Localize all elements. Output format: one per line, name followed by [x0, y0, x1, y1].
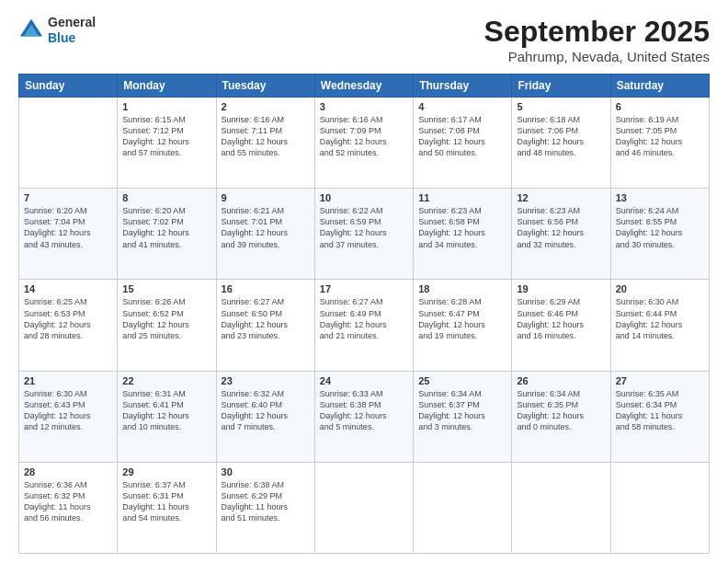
calendar-cell-w5d5	[414, 462, 512, 553]
day-content: Sunrise: 6:15 AM Sunset: 7:12 PM Dayligh…	[122, 114, 210, 159]
day-content: Sunrise: 6:23 AM Sunset: 6:56 PM Dayligh…	[517, 205, 605, 250]
calendar-cell-w3d2: 15Sunrise: 6:26 AM Sunset: 6:52 PM Dayli…	[118, 280, 216, 371]
day-number: 28	[24, 466, 112, 477]
day-number: 30	[222, 466, 310, 477]
day-number: 25	[418, 375, 506, 386]
day-content: Sunrise: 6:34 AM Sunset: 6:37 PM Dayligh…	[418, 388, 506, 433]
day-content: Sunrise: 6:23 AM Sunset: 6:58 PM Dayligh…	[418, 205, 506, 250]
day-number: 15	[122, 283, 210, 294]
calendar-cell-w3d7: 20Sunrise: 6:30 AM Sunset: 6:44 PM Dayli…	[610, 280, 709, 371]
col-monday: Monday	[118, 75, 216, 98]
calendar-cell-w2d5: 11Sunrise: 6:23 AM Sunset: 6:58 PM Dayli…	[414, 189, 512, 280]
day-number: 9	[222, 192, 310, 203]
week-row-2: 7Sunrise: 6:20 AM Sunset: 7:04 PM Daylig…	[19, 189, 710, 280]
week-row-1: 1Sunrise: 6:15 AM Sunset: 7:12 PM Daylig…	[19, 98, 710, 189]
day-number: 20	[616, 283, 704, 294]
day-number: 24	[320, 375, 408, 386]
calendar-cell-w3d3: 16Sunrise: 6:27 AM Sunset: 6:50 PM Dayli…	[216, 280, 314, 371]
calendar-cell-w5d7	[610, 462, 709, 553]
day-content: Sunrise: 6:21 AM Sunset: 7:01 PM Dayligh…	[222, 205, 310, 250]
calendar-cell-w5d6	[512, 462, 610, 553]
calendar-cell-w2d3: 9Sunrise: 6:21 AM Sunset: 7:01 PM Daylig…	[216, 189, 314, 280]
day-number: 7	[24, 192, 112, 203]
calendar-cell-w4d1: 21Sunrise: 6:30 AM Sunset: 6:43 PM Dayli…	[19, 371, 118, 462]
calendar-cell-w5d1: 28Sunrise: 6:36 AM Sunset: 6:32 PM Dayli…	[19, 462, 118, 553]
day-number: 14	[24, 283, 112, 294]
day-number: 3	[320, 101, 408, 112]
col-tuesday: Tuesday	[216, 75, 314, 98]
calendar-cell-w2d7: 13Sunrise: 6:24 AM Sunset: 6:55 PM Dayli…	[610, 189, 709, 280]
day-content: Sunrise: 6:30 AM Sunset: 6:43 PM Dayligh…	[24, 388, 112, 433]
day-content: Sunrise: 6:25 AM Sunset: 6:53 PM Dayligh…	[24, 296, 112, 341]
day-content: Sunrise: 6:32 AM Sunset: 6:40 PM Dayligh…	[222, 388, 310, 433]
calendar-cell-w1d7: 6Sunrise: 6:19 AM Sunset: 7:05 PM Daylig…	[610, 98, 709, 189]
day-content: Sunrise: 6:37 AM Sunset: 6:31 PM Dayligh…	[122, 479, 210, 524]
calendar-cell-w5d4	[314, 462, 413, 553]
day-content: Sunrise: 6:36 AM Sunset: 6:32 PM Dayligh…	[24, 479, 112, 524]
calendar-cell-w3d5: 18Sunrise: 6:28 AM Sunset: 6:47 PM Dayli…	[414, 280, 512, 371]
calendar-cell-w1d1	[19, 98, 118, 189]
day-number: 21	[24, 375, 112, 386]
calendar-cell-w3d4: 17Sunrise: 6:27 AM Sunset: 6:49 PM Dayli…	[314, 280, 413, 371]
day-content: Sunrise: 6:16 AM Sunset: 7:11 PM Dayligh…	[222, 114, 310, 159]
day-content: Sunrise: 6:27 AM Sunset: 6:49 PM Dayligh…	[320, 296, 408, 341]
col-saturday: Saturday	[610, 75, 709, 98]
calendar-cell-w1d6: 5Sunrise: 6:18 AM Sunset: 7:06 PM Daylig…	[512, 98, 610, 189]
calendar-cell-w1d2: 1Sunrise: 6:15 AM Sunset: 7:12 PM Daylig…	[118, 98, 216, 189]
col-sunday: Sunday	[19, 75, 118, 98]
day-content: Sunrise: 6:28 AM Sunset: 6:47 PM Dayligh…	[418, 296, 506, 341]
calendar-cell-w4d5: 25Sunrise: 6:34 AM Sunset: 6:37 PM Dayli…	[414, 371, 512, 462]
calendar-cell-w4d2: 22Sunrise: 6:31 AM Sunset: 6:41 PM Dayli…	[118, 371, 216, 462]
calendar-subtitle: Pahrump, Nevada, United States	[484, 49, 710, 64]
calendar-cell-w3d1: 14Sunrise: 6:25 AM Sunset: 6:53 PM Dayli…	[19, 280, 118, 371]
day-number: 29	[122, 466, 210, 477]
calendar-cell-w2d6: 12Sunrise: 6:23 AM Sunset: 6:56 PM Dayli…	[512, 189, 610, 280]
calendar-cell-w1d4: 3Sunrise: 6:16 AM Sunset: 7:09 PM Daylig…	[314, 98, 413, 189]
col-friday: Friday	[512, 75, 610, 98]
calendar-cell-w2d4: 10Sunrise: 6:22 AM Sunset: 6:59 PM Dayli…	[314, 189, 413, 280]
day-number: 23	[222, 375, 310, 386]
logo-text: General Blue	[48, 15, 96, 46]
day-content: Sunrise: 6:20 AM Sunset: 7:04 PM Dayligh…	[24, 205, 112, 250]
day-content: Sunrise: 6:16 AM Sunset: 7:09 PM Dayligh…	[320, 114, 408, 159]
col-wednesday: Wednesday	[314, 75, 413, 98]
page: General Blue September 2025 Pahrump, Nev…	[0, 0, 728, 563]
day-number: 8	[122, 192, 210, 203]
day-content: Sunrise: 6:31 AM Sunset: 6:41 PM Dayligh…	[122, 388, 210, 433]
calendar-cell-w1d3: 2Sunrise: 6:16 AM Sunset: 7:11 PM Daylig…	[216, 98, 314, 189]
day-number: 11	[418, 192, 506, 203]
calendar-title: September 2025	[484, 15, 710, 49]
week-row-4: 21Sunrise: 6:30 AM Sunset: 6:43 PM Dayli…	[19, 371, 710, 462]
calendar-table: Sunday Monday Tuesday Wednesday Thursday…	[18, 74, 710, 554]
day-number: 5	[517, 101, 605, 112]
day-content: Sunrise: 6:27 AM Sunset: 6:50 PM Dayligh…	[222, 296, 310, 341]
day-content: Sunrise: 6:26 AM Sunset: 6:52 PM Dayligh…	[122, 296, 210, 341]
day-number: 19	[517, 283, 605, 294]
day-number: 26	[517, 375, 605, 386]
day-content: Sunrise: 6:30 AM Sunset: 6:44 PM Dayligh…	[616, 296, 704, 341]
day-content: Sunrise: 6:29 AM Sunset: 6:46 PM Dayligh…	[517, 296, 605, 341]
calendar-cell-w4d4: 24Sunrise: 6:33 AM Sunset: 6:38 PM Dayli…	[314, 371, 413, 462]
calendar-header-row: Sunday Monday Tuesday Wednesday Thursday…	[19, 75, 710, 98]
day-content: Sunrise: 6:19 AM Sunset: 7:05 PM Dayligh…	[616, 114, 704, 159]
day-number: 22	[122, 375, 210, 386]
title-section: September 2025 Pahrump, Nevada, United S…	[484, 15, 710, 64]
day-content: Sunrise: 6:24 AM Sunset: 6:55 PM Dayligh…	[616, 205, 704, 250]
calendar-cell-w4d6: 26Sunrise: 6:34 AM Sunset: 6:35 PM Dayli…	[512, 371, 610, 462]
week-row-5: 28Sunrise: 6:36 AM Sunset: 6:32 PM Dayli…	[19, 462, 710, 553]
logo-general: General	[48, 15, 96, 30]
day-number: 2	[222, 101, 310, 112]
day-content: Sunrise: 6:34 AM Sunset: 6:35 PM Dayligh…	[517, 388, 605, 433]
calendar-cell-w1d5: 4Sunrise: 6:17 AM Sunset: 7:08 PM Daylig…	[414, 98, 512, 189]
calendar-cell-w4d7: 27Sunrise: 6:35 AM Sunset: 6:34 PM Dayli…	[610, 371, 709, 462]
calendar-cell-w2d1: 7Sunrise: 6:20 AM Sunset: 7:04 PM Daylig…	[19, 189, 118, 280]
day-number: 12	[517, 192, 605, 203]
col-thursday: Thursday	[414, 75, 512, 98]
logo-blue: Blue	[48, 30, 96, 46]
day-number: 4	[418, 101, 506, 112]
calendar-cell-w3d6: 19Sunrise: 6:29 AM Sunset: 6:46 PM Dayli…	[512, 280, 610, 371]
day-content: Sunrise: 6:35 AM Sunset: 6:34 PM Dayligh…	[616, 388, 704, 433]
logo-icon	[18, 17, 44, 43]
day-number: 13	[616, 192, 704, 203]
day-number: 6	[616, 101, 704, 112]
